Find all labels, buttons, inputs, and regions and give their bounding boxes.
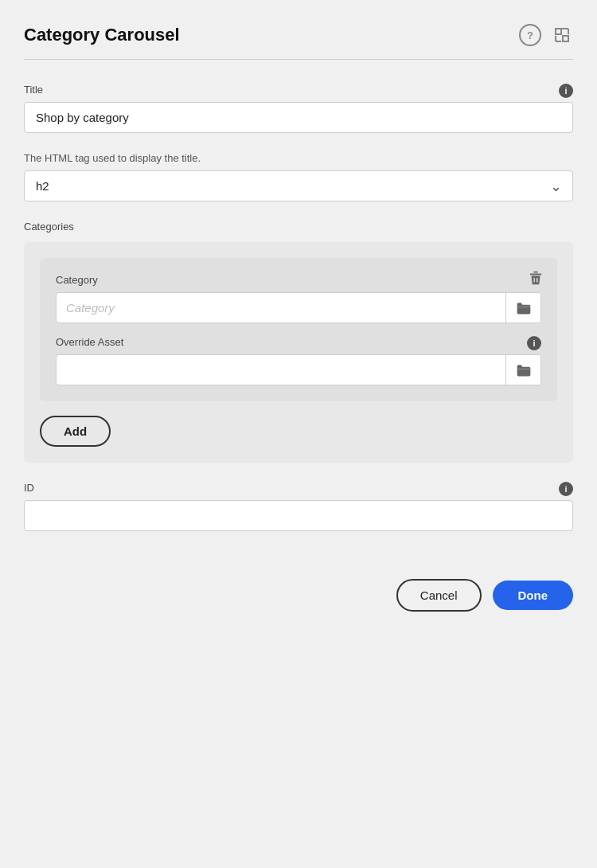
title-section: i Title (24, 84, 573, 133)
category-browse-button[interactable] (505, 293, 540, 323)
category-input-group (56, 292, 541, 323)
page-title: Category Carousel (24, 25, 180, 45)
delete-category-button[interactable] (527, 269, 544, 291)
svg-rect-0 (556, 29, 561, 34)
title-label: Title (24, 84, 573, 96)
header-divider (24, 59, 573, 60)
id-info-icon[interactable]: i (559, 482, 573, 496)
svg-rect-6 (533, 272, 538, 273)
category-item-box: Category i Override Asset (40, 258, 557, 401)
override-info-icon[interactable]: i (527, 336, 541, 350)
override-asset-input-group (56, 354, 541, 385)
html-tag-section: The HTML tag used to display the title. … (24, 152, 573, 201)
svg-rect-7 (530, 274, 542, 276)
add-category-button[interactable]: Add (40, 416, 111, 447)
categories-label: Categories (24, 221, 573, 233)
add-button-wrapper: Add (40, 416, 111, 447)
page-container: Category Carousel ? i Title The HTML tag… (0, 0, 597, 868)
header-icons: ? (519, 24, 573, 46)
id-label: ID (24, 482, 573, 494)
id-input[interactable] (24, 500, 573, 531)
done-button[interactable]: Done (493, 581, 574, 610)
cancel-button[interactable]: Cancel (396, 579, 482, 612)
svg-rect-1 (563, 36, 568, 41)
html-tag-hint: The HTML tag used to display the title. (24, 152, 573, 164)
header: Category Carousel ? (24, 24, 573, 46)
id-section: i ID (24, 482, 573, 531)
categories-outer-box: Category i Override Asset (24, 242, 573, 463)
html-tag-select-wrapper: h1 h2 h3 h4 h5 h6 ⌄ (24, 170, 573, 201)
footer-buttons: Cancel Done (24, 579, 573, 612)
help-icon[interactable]: ? (519, 24, 541, 46)
expand-icon[interactable] (551, 24, 573, 46)
override-asset-section: i Override Asset (56, 336, 541, 385)
html-tag-select[interactable]: h1 h2 h3 h4 h5 h6 (24, 170, 573, 201)
category-input[interactable] (57, 293, 505, 323)
category-label: Category (56, 274, 541, 286)
title-info-icon[interactable]: i (559, 84, 573, 98)
title-input[interactable] (24, 102, 573, 133)
categories-section: Categories Category (24, 221, 573, 463)
override-asset-label: Override Asset (56, 336, 541, 348)
override-asset-input[interactable] (57, 355, 505, 385)
override-asset-browse-button[interactable] (505, 355, 540, 385)
